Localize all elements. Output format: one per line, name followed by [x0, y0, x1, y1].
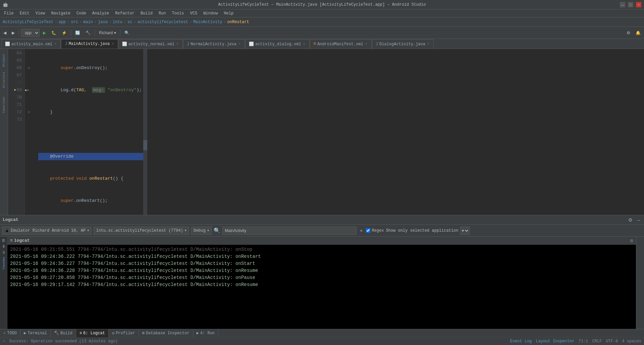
status-message: Success: Operation succeeded (13 minutes… [9, 339, 118, 344]
scroll-end-btn[interactable]: ⬇ [2, 244, 5, 249]
tab-mainactivity-java[interactable]: J MainActivity.java × [61, 39, 118, 49]
app-icon: 🤖 [3, 2, 8, 7]
breadcrumb-main[interactable]: main [83, 20, 93, 24]
settings-button[interactable]: ⚙ [625, 28, 632, 37]
menu-edit[interactable]: Edit [17, 10, 32, 16]
todo-icon: ✓ [3, 331, 6, 336]
menu-run[interactable]: Run [156, 10, 169, 16]
structure-icon[interactable]: Structure [2, 72, 6, 89]
tab-normalactivity-java[interactable]: J NormalActivity.java × [183, 39, 245, 49]
breadcrumb-class[interactable]: MainActivity [193, 20, 222, 24]
panel-hide-btn[interactable]: – [636, 217, 641, 223]
clear-search-btn[interactable]: × [359, 227, 364, 234]
run-button[interactable]: ▶ [41, 28, 48, 37]
breadcrumb-app[interactable]: app [58, 20, 66, 24]
tab-androidmanifest-xml[interactable]: M AndroidManifest.xml × [310, 39, 372, 49]
tab-close-dialog-java[interactable]: × [427, 42, 430, 46]
breadcrumb-sc[interactable]: sc [127, 20, 132, 24]
code-line-66: } [38, 109, 143, 116]
breadcrumb-project[interactable]: ActivityLifeCycleTest [3, 20, 53, 24]
breadcrumb-pkg[interactable]: activitylifecycletest [138, 20, 188, 24]
tab-activity-dialog-xml[interactable]: ⬜ activity_dialog.xml × [245, 39, 310, 49]
breadcrumb-bar: ActivityLifeCycleTest › app › src › main… [0, 17, 644, 27]
level-selector[interactable]: Debug ▾ [191, 227, 212, 235]
right-panel-strip [636, 237, 644, 329]
layout-icon-btn[interactable]: ⊞ [630, 238, 633, 243]
code-line-70: super.onRestart(); [38, 197, 143, 205]
panel-settings-btn[interactable]: ⚙ [627, 217, 634, 223]
breadcrumb-java[interactable]: java [98, 20, 108, 24]
sync-button[interactable]: 🔄 [73, 28, 82, 37]
menu-tools[interactable]: Tools [169, 10, 187, 16]
level-chevron: ▾ [207, 228, 209, 233]
show-selected-selector[interactable]: ▾ [460, 227, 470, 235]
menu-navigate[interactable]: Navigate [48, 10, 73, 16]
bottom-tab-build[interactable]: 🔨 Build [51, 329, 76, 337]
favorites-logcat-btn[interactable]: Favorites [2, 256, 5, 270]
maximize-button[interactable]: □ [628, 2, 633, 7]
emulator-icon: 📱 [4, 228, 9, 233]
pause-btn[interactable]: ⏸ [2, 250, 6, 255]
menu-code[interactable]: Code [74, 10, 89, 16]
toolbar-sep2 [71, 30, 71, 36]
package-selector[interactable]: lntu.sc.activitylifecycletest (7794) ▾ [94, 227, 189, 235]
logcat-log-area[interactable]: 2021-05-16 09:21:55.551 7794-7794/lntu.s… [7, 245, 636, 329]
right-scrollbar[interactable] [143, 49, 147, 215]
logcat-search-input[interactable] [222, 227, 357, 235]
code-editor[interactable]: super.onDestroy(); Log.d(TAG, msg: "onDe… [33, 49, 143, 215]
tab-close-mainactivity[interactable]: × [111, 42, 114, 46]
tab-close-activity-main[interactable]: × [54, 42, 57, 46]
tab-close-manifest[interactable]: × [365, 42, 368, 46]
user-button[interactable]: Richard ▾ [97, 28, 118, 37]
tab-close-normal-xml[interactable]: × [176, 42, 179, 46]
project-icon[interactable]: Project [2, 50, 6, 70]
regex-label[interactable]: Regex [366, 228, 384, 233]
bottom-tab-profiler[interactable]: ◎ Profiler [109, 329, 139, 337]
bottom-tab-terminal[interactable]: ▶ Terminal [20, 329, 51, 337]
tab-activity-main-xml[interactable]: ⬜ activity_main.xml × [1, 39, 61, 49]
tab-close-normal-java[interactable]: × [238, 42, 241, 46]
menu-view[interactable]: View [33, 10, 48, 16]
bottom-tab-run[interactable]: ▶ 4: Run [193, 329, 218, 337]
code-line-67 [38, 131, 143, 138]
favorites-icon[interactable]: Favorites [2, 97, 6, 113]
tab-dialogactivity-java[interactable]: J DialogActivity.java × [372, 39, 434, 49]
fold-icon-72[interactable]: ⊟ [28, 110, 30, 114]
code-line-65: Log.d(TAG, msg: "onDestroy"); [38, 87, 143, 94]
close-button[interactable]: × [636, 2, 641, 7]
tab-icon3: J [187, 42, 189, 47]
tab-activity-normal-xml[interactable]: ⬜ activity_normal.xml × [118, 39, 183, 49]
menu-window[interactable]: Window [201, 10, 220, 16]
level-label: Debug [194, 228, 206, 233]
breadcrumb-src[interactable]: src [71, 20, 78, 24]
fold-icon-66[interactable]: ⊟ [28, 66, 30, 70]
toolbar-forward[interactable]: ▶ [10, 28, 17, 37]
regex-checkbox[interactable] [366, 228, 370, 233]
menu-build[interactable]: Build [138, 10, 155, 16]
bottom-tab-db-inspector[interactable]: ⊞ Database Inspector [139, 329, 193, 337]
build-button[interactable]: 🔨 [84, 28, 93, 37]
menu-analyze[interactable]: Analyze [90, 10, 112, 16]
profiler-icon: ◎ [112, 331, 114, 336]
tab-close-dialog-xml[interactable]: × [303, 42, 306, 46]
event-log-link[interactable]: Event Log [510, 339, 532, 344]
emulator-selector[interactable]: 📱 Emulator Richard Android 10, AP ▾ [2, 227, 92, 235]
menu-refactor[interactable]: Refactor [112, 10, 137, 16]
debug-button[interactable]: 🐛 [49, 28, 58, 37]
run-config-selector[interactable]: app [21, 29, 40, 37]
breadcrumb-lntu[interactable]: lntu [113, 20, 122, 24]
toolbar-back[interactable]: ◀ [1, 28, 8, 37]
logcat-panel-header: Logcat ⚙ – [0, 215, 644, 225]
profile-button[interactable]: ⚡ [60, 28, 69, 37]
search-everywhere[interactable]: 🔍 [122, 28, 131, 37]
layout-inspector-link[interactable]: Layout Inspector [536, 339, 575, 344]
bottom-tab-logcat[interactable]: ≡ 6: Logcat [76, 329, 109, 337]
notifications-button[interactable]: 🔔 [634, 28, 643, 37]
bottom-tab-todo[interactable]: ✓ TODO [0, 329, 20, 337]
clear-logcat-btn[interactable]: 🗑 [2, 238, 6, 243]
menu-vcs[interactable]: VCS [187, 10, 200, 16]
logcat-icon: ≡ [79, 331, 82, 336]
menu-file[interactable]: File [1, 10, 16, 16]
minimize-button[interactable]: – [620, 2, 625, 7]
menu-help[interactable]: Help [221, 10, 236, 16]
